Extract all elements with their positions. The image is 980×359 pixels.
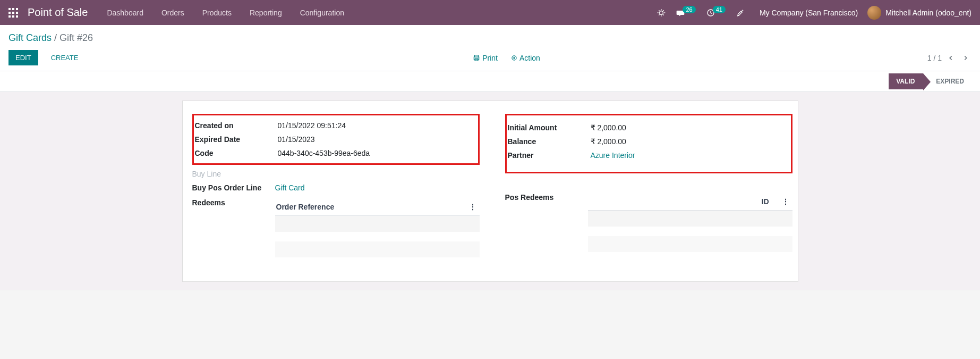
nav-reporting[interactable]: Reporting [250, 9, 282, 17]
value-balance: ₹ 2,000.00 [591, 137, 626, 146]
field-initial-amount: Initial Amount ₹ 2,000.00 [508, 121, 790, 135]
topbar: Point of Sale Dashboard Orders Products … [0, 0, 980, 25]
avatar [867, 6, 881, 20]
edit-button[interactable]: Edit [8, 50, 38, 65]
pager-text: 1 / 1 [927, 54, 942, 62]
pos-redeems-table-head: ID ⋮ [588, 193, 792, 211]
right-column: Initial Amount ₹ 2,000.00 Balance ₹ 2,00… [501, 114, 792, 260]
value-partner[interactable]: Azure Interior [591, 151, 635, 160]
breadcrumb-sep: / [54, 32, 59, 43]
brand-title[interactable]: Point of Sale [28, 6, 88, 19]
col-id: ID [762, 197, 769, 206]
redeems-rows [275, 216, 480, 257]
field-created-on: Created on 01/15/2022 09:51:24 [195, 119, 477, 132]
redeems-kebab-icon[interactable]: ⋮ [467, 203, 479, 211]
activities-icon[interactable]: 41 [706, 9, 726, 17]
action-label: Action [519, 54, 540, 62]
field-buy-pos-order-line: Buy Pos Order Line Gift Card [192, 181, 480, 195]
table-row [588, 211, 792, 227]
activities-badge: 41 [713, 6, 726, 13]
pager-prev[interactable] [945, 54, 957, 62]
highlight-left: Created on 01/15/2022 09:51:24 Expired D… [192, 114, 480, 165]
label-buy-pos: Buy Pos Order Line [192, 183, 275, 192]
highlight-right: Initial Amount ₹ 2,000.00 Balance ₹ 2,00… [505, 114, 792, 173]
status-valid[interactable]: VALID [889, 73, 923, 89]
pos-redeems-kebab-icon[interactable]: ⋮ [780, 197, 791, 206]
user-menu[interactable]: Mitchell Admin (odoo_ent) [867, 6, 972, 20]
value-code: 044b-340c-453b-99ea-6eda [278, 149, 370, 157]
debug-icon[interactable] [657, 9, 666, 17]
col-order-reference: Order Reference [276, 203, 467, 211]
label-balance: Balance [508, 137, 591, 146]
field-buy-line: Buy Line [192, 167, 480, 181]
field-pos-redeems: Pos Redeems ID ⋮ [505, 190, 792, 255]
label-redeems: Redeems [192, 198, 275, 207]
field-partner: Partner Azure Interior [508, 148, 790, 162]
nav-dashboard[interactable]: Dashboard [107, 9, 143, 17]
field-expired-date: Expired Date 01/15/2023 [195, 132, 477, 146]
label-code: Code [195, 149, 278, 157]
action-dropdown[interactable]: Action [510, 54, 540, 62]
control-row: Edit Create Print Action 1 / 1 [8, 50, 972, 71]
status-pill: VALID EXPIRED [889, 73, 972, 89]
field-balance: Balance ₹ 2,000.00 [508, 135, 790, 148]
nav-products[interactable]: Products [202, 9, 232, 17]
label-partner: Partner [508, 151, 591, 160]
nav-configuration[interactable]: Configuration [300, 9, 344, 17]
status-bar: VALID EXPIRED [0, 71, 980, 92]
field-redeems: Redeems Order Reference ⋮ [192, 196, 480, 260]
table-row [588, 236, 792, 252]
messages-badge: 26 [683, 6, 695, 13]
svg-point-5 [513, 57, 515, 59]
form-sheet: Created on 01/15/2022 09:51:24 Expired D… [182, 101, 798, 282]
control-panel: Gift Cards / Gift #26 Edit Create Print … [0, 25, 980, 71]
field-code: Code 044b-340c-453b-99ea-6eda [195, 146, 477, 160]
label-initial-amount: Initial Amount [508, 123, 591, 132]
messages-icon[interactable]: 26 [676, 9, 695, 17]
label-created-on: Created on [195, 121, 278, 130]
value-buy-pos[interactable]: Gift Card [275, 183, 305, 192]
pager-next[interactable] [960, 54, 972, 62]
table-row [275, 216, 480, 232]
left-column: Created on 01/15/2022 09:51:24 Expired D… [188, 114, 480, 260]
value-initial-amount: ₹ 2,000.00 [591, 123, 626, 132]
label-buy-line: Buy Line [192, 170, 275, 178]
apps-icon[interactable] [8, 8, 18, 18]
table-row [275, 241, 480, 257]
breadcrumb: Gift Cards / Gift #26 [8, 32, 972, 44]
label-pos-redeems: Pos Redeems [505, 193, 588, 202]
value-created-on: 01/15/2022 09:51:24 [278, 121, 346, 130]
nav-orders[interactable]: Orders [161, 9, 184, 17]
label-expired-date: Expired Date [195, 135, 278, 144]
print-label: Print [482, 54, 498, 62]
breadcrumb-current: Gift #26 [59, 32, 93, 43]
main: Created on 01/15/2022 09:51:24 Expired D… [0, 92, 980, 290]
value-expired-date: 01/15/2023 [278, 135, 315, 144]
user-name: Mitchell Admin (odoo_ent) [885, 9, 972, 17]
pager: 1 / 1 [927, 54, 972, 62]
redeems-table-head: Order Reference ⋮ [275, 198, 480, 216]
breadcrumb-parent[interactable]: Gift Cards [8, 32, 52, 43]
tools-icon[interactable] [736, 9, 745, 17]
create-button[interactable]: Create [44, 51, 86, 65]
center-actions: Print Action [86, 54, 927, 62]
print-action[interactable]: Print [473, 54, 500, 62]
pos-redeems-rows [588, 211, 792, 252]
form-grid: Created on 01/15/2022 09:51:24 Expired D… [188, 114, 792, 260]
svg-point-0 [660, 11, 663, 14]
company-selector[interactable]: My Company (San Francisco) [760, 9, 858, 17]
